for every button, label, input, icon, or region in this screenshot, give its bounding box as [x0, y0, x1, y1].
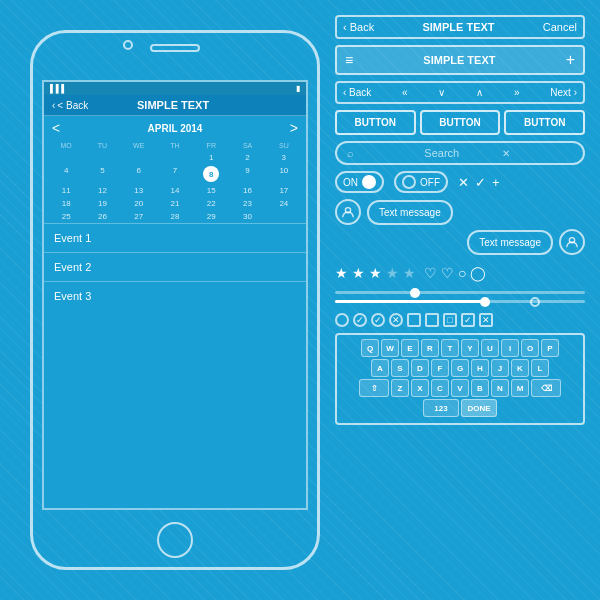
phone-camera	[123, 40, 133, 50]
bubble-right: Text message	[335, 229, 585, 255]
key-backspace[interactable]: ⌫	[531, 379, 561, 397]
key-shift[interactable]: ⇧	[359, 379, 389, 397]
navbar2: ≡ SIMPLE TEXT +	[335, 45, 585, 75]
key-e[interactable]: E	[401, 339, 419, 357]
slider-1[interactable]	[335, 291, 585, 294]
navbar1-cancel[interactable]: Cancel	[543, 21, 577, 33]
search-placeholder[interactable]: Search	[424, 147, 495, 159]
icon-bar: ‹ Back « ∨ ∧ » Next ›	[335, 81, 585, 104]
search-clear-icon[interactable]: ✕	[502, 148, 573, 159]
toggle-off-label: OFF	[420, 177, 440, 188]
cal-selected-day[interactable]: 8	[203, 166, 219, 182]
key-n[interactable]: N	[491, 379, 509, 397]
key-h[interactable]: H	[471, 359, 489, 377]
checkbox-3[interactable]: □	[443, 313, 457, 327]
key-t[interactable]: T	[441, 339, 459, 357]
cal-header-row: MO TU WE TH FR SA SU	[48, 140, 302, 151]
keyboard-row: Q W E R T Y U I O P A S D F G H J K L	[335, 333, 585, 425]
checkbox-1[interactable]	[407, 313, 421, 327]
cal-next-button[interactable]: >	[290, 120, 298, 136]
toggle-off[interactable]: OFF	[394, 171, 448, 193]
iconbar-dbl-right[interactable]: »	[514, 87, 520, 98]
star-3[interactable]: ★	[369, 265, 382, 281]
star-1[interactable]: ★	[335, 265, 348, 281]
phone-back-button[interactable]: ‹ < Back	[52, 100, 88, 111]
iconbar-dbl-left[interactable]: «	[402, 87, 408, 98]
keyboard: Q W E R T Y U I O P A S D F G H J K L	[335, 333, 585, 425]
toggle-off-knob	[402, 175, 416, 189]
navbar1-back[interactable]: ‹ Back	[343, 21, 374, 33]
iconbar-chevron-up[interactable]: ∧	[476, 87, 483, 98]
iconbar-chevron-down[interactable]: ∨	[438, 87, 445, 98]
plus-small-icon[interactable]: +	[492, 175, 500, 190]
navbar1-title: SIMPLE TEXT	[422, 21, 494, 33]
key-d[interactable]: D	[411, 359, 429, 377]
star-2[interactable]: ★	[352, 265, 365, 281]
key-o[interactable]: O	[521, 339, 539, 357]
radio-3[interactable]: ✓	[371, 313, 385, 327]
key-done[interactable]: DONE	[461, 399, 497, 417]
radio-1[interactable]	[335, 313, 349, 327]
hamburger-icon[interactable]: ≡	[345, 52, 353, 68]
key-f[interactable]: F	[431, 359, 449, 377]
button-1[interactable]: BUTTON	[335, 110, 416, 135]
key-a[interactable]: A	[371, 359, 389, 377]
star-5[interactable]: ★	[403, 265, 416, 281]
slider-row-1	[335, 287, 585, 307]
key-w[interactable]: W	[381, 339, 399, 357]
key-u[interactable]: U	[481, 339, 499, 357]
plus-icon[interactable]: +	[566, 51, 575, 69]
key-123[interactable]: 123	[423, 399, 459, 417]
key-r[interactable]: R	[421, 339, 439, 357]
message-bubble-1: Text message	[367, 200, 453, 225]
event-2[interactable]: Event 2	[44, 252, 306, 281]
phone-nav-bar: ‹ < Back SIMPLE TEXT	[44, 95, 306, 116]
phone-screen: ▌▌▌ ▮ ‹ < Back SIMPLE TEXT < APRIL 2014 …	[42, 80, 308, 510]
iconbar-back[interactable]: ‹ Back	[343, 87, 371, 98]
key-m[interactable]: M	[511, 379, 529, 397]
x-icon[interactable]: ✕	[458, 175, 469, 190]
key-l[interactable]: L	[531, 359, 549, 377]
key-y[interactable]: Y	[461, 339, 479, 357]
heart-icon-2[interactable]: ♡	[441, 265, 454, 281]
key-i[interactable]: I	[501, 339, 519, 357]
checkbox-4[interactable]: ✓	[461, 313, 475, 327]
button-3[interactable]: BUTTON	[504, 110, 585, 135]
checkbox-2[interactable]	[425, 313, 439, 327]
key-x[interactable]: X	[411, 379, 429, 397]
key-j[interactable]: J	[491, 359, 509, 377]
check-icon[interactable]: ✓	[475, 175, 486, 190]
key-q[interactable]: Q	[361, 339, 379, 357]
key-z[interactable]: Z	[391, 379, 409, 397]
calendar-month-year: APRIL 2014	[148, 123, 203, 134]
checks-row: ✓ ✓ ✕ □ ✓ ✕	[335, 313, 585, 327]
button-2[interactable]: BUTTON	[420, 110, 501, 135]
event-1[interactable]: Event 1	[44, 223, 306, 252]
radio-2[interactable]: ✓	[353, 313, 367, 327]
phone-speaker	[150, 44, 200, 52]
checkbox-5[interactable]: ✕	[479, 313, 493, 327]
key-v[interactable]: V	[451, 379, 469, 397]
radio-4[interactable]: ✕	[389, 313, 403, 327]
phone-mockup: ▌▌▌ ▮ ‹ < Back SIMPLE TEXT < APRIL 2014 …	[30, 30, 320, 570]
heart-icon[interactable]: ♡	[424, 265, 437, 281]
key-p[interactable]: P	[541, 339, 559, 357]
key-c[interactable]: C	[431, 379, 449, 397]
key-s[interactable]: S	[391, 359, 409, 377]
key-g[interactable]: G	[451, 359, 469, 377]
cal-prev-button[interactable]: <	[52, 120, 60, 136]
phone-home-button[interactable]	[157, 522, 193, 558]
key-k[interactable]: K	[511, 359, 529, 377]
key-b[interactable]: B	[471, 379, 489, 397]
message-bubble-2: Text message	[467, 230, 553, 255]
iconbar-next[interactable]: Next ›	[550, 87, 577, 98]
cal-week-2: 4 5 6 7 8 9 10	[48, 164, 302, 184]
chat-section: Text message Text message	[335, 199, 585, 259]
slider-2[interactable]	[335, 300, 585, 303]
event-3[interactable]: Event 3	[44, 281, 306, 310]
avatar-left	[335, 199, 361, 225]
speech-bubble-icon[interactable]: ○	[458, 265, 466, 281]
star-4[interactable]: ★	[386, 265, 399, 281]
circle-icon[interactable]: ◯	[470, 265, 486, 281]
toggle-on[interactable]: ON	[335, 171, 384, 193]
